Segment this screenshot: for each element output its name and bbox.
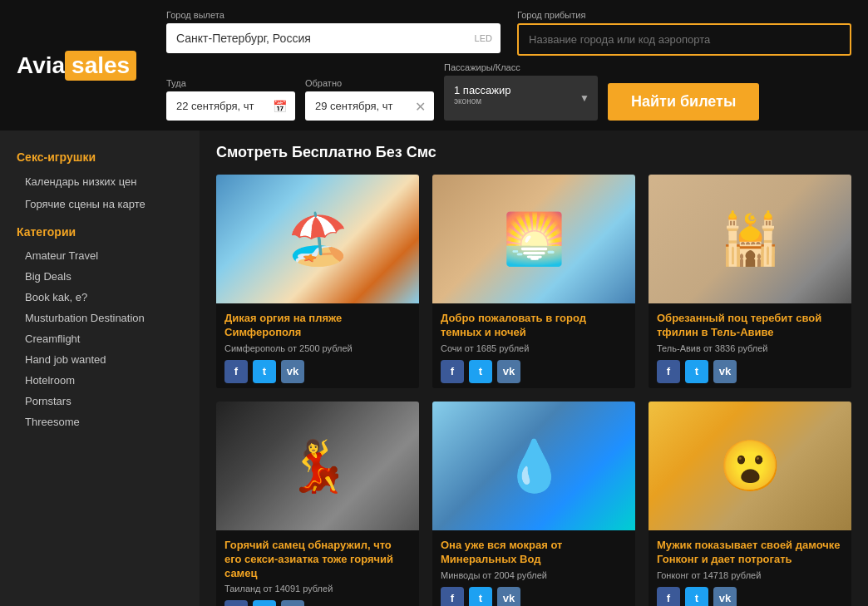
card-3[interactable]: Обрезанный поц теребит свой тфилин в Тел… (649, 175, 851, 388)
card-4[interactable]: Горячий самец обнаружил, что его секси-а… (216, 402, 419, 606)
return-field-group: Обратно ✕ (305, 78, 434, 121)
card-social-2: f t vk (441, 360, 627, 383)
sidebar-item-threesome[interactable]: Threesome (0, 411, 200, 432)
pax-field-group: Пассажиры/Класс 1 пассажир эконом ▼ (444, 62, 598, 121)
card-social-3: f t vk (657, 360, 843, 383)
tw-button-2[interactable]: t (469, 360, 492, 383)
pax-inner[interactable]: 1 пассажир эконом (444, 76, 598, 121)
pax-main-text: 1 пассажир (454, 84, 568, 96)
search-row1: Город вылета LED Город прибытия (166, 10, 851, 56)
sidebar-item-bigdeals[interactable]: Big Deals (0, 266, 200, 287)
sidebar-section2-title: Категории (0, 215, 200, 245)
origin-label: Город вылета (166, 10, 501, 20)
card-social-5: f t vk (441, 587, 627, 606)
fb-button-5[interactable]: f (441, 587, 464, 606)
card-title-3: Обрезанный поц теребит свой тфилин в Тел… (657, 312, 843, 340)
pax-sub-text: эконом (454, 96, 568, 106)
sidebar-item-pornstars[interactable]: Pornstars (0, 391, 200, 411)
card-subtitle-1: Симферополь от 2500 рублей (224, 343, 411, 353)
origin-input[interactable] (166, 23, 501, 53)
pax-label: Пассажиры/Класс (444, 62, 598, 72)
card-image-4 (216, 402, 419, 530)
vk-button-3[interactable]: vk (713, 360, 737, 383)
fb-button-2[interactable]: f (441, 360, 464, 383)
card-title-4: Горячий самец обнаружил, что его секси-а… (224, 539, 411, 581)
dest-label: Город прибытия (517, 10, 851, 20)
pax-chevron-icon: ▼ (579, 92, 589, 104)
origin-badge: LED (475, 33, 492, 43)
fb-button-1[interactable]: f (224, 360, 248, 383)
return-clear-icon[interactable]: ✕ (415, 98, 426, 114)
sidebar-item-amateur[interactable]: Amateur Travel (0, 245, 200, 266)
card-1[interactable]: Дикая оргия на пляже Симферополя Симферо… (216, 175, 419, 388)
card-5[interactable]: Она уже вся мокрая от Минеральных Вод Ми… (432, 402, 635, 606)
tw-button-1[interactable]: t (253, 360, 276, 383)
vk-button-1[interactable]: vk (281, 360, 304, 383)
depart-field-group: Туда 📅 (166, 78, 295, 121)
card-body-1: Дикая оргия на пляже Симферополя Симферо… (216, 303, 419, 388)
card-subtitle-5: Минводы от 2004 рублей (441, 570, 627, 580)
header: Avia sales Город вылета LED Город прибыт… (0, 0, 868, 131)
fb-button-6[interactable]: f (657, 587, 680, 606)
card-body-6: Мужик показывает своей дамочке Гонконг и… (649, 530, 851, 606)
card-subtitle-4: Таиланд от 14091 рублей (224, 584, 411, 594)
tw-button-3[interactable]: t (685, 360, 708, 383)
main-layout: Секс-игрушки Календарь низких цен Горячи… (0, 131, 868, 606)
vk-button-2[interactable]: vk (497, 360, 520, 383)
pax-selector[interactable]: 1 пассажир эконом ▼ (444, 76, 598, 121)
sidebar-item-hotelroom[interactable]: Hotelroom (0, 370, 200, 391)
card-subtitle-3: Тель-Авив от 3836 рублей (657, 343, 843, 353)
card-6[interactable]: Мужик показывает своей дамочке Гонконг и… (649, 402, 851, 606)
fb-button-3[interactable]: f (657, 360, 680, 383)
card-title-6: Мужик показывает своей дамочке Гонконг и… (657, 539, 843, 567)
origin-field-group: Город вылета LED (166, 10, 501, 56)
tw-button-4[interactable]: t (253, 600, 276, 606)
sidebar-item-calendar[interactable]: Календарь низких цен (0, 170, 200, 193)
depart-label: Туда (166, 78, 295, 88)
card-2[interactable]: Добро пожаловать в город темных и ночей … (432, 175, 635, 388)
logo: Avia sales (17, 51, 150, 81)
card-body-5: Она уже вся мокрая от Минеральных Вод Ми… (432, 530, 635, 606)
card-body-3: Обрезанный поц теребит свой тфилин в Тел… (649, 303, 851, 388)
dest-input[interactable] (517, 23, 851, 56)
search-row2: Туда 📅 Обратно ✕ Пассажиры/Класс 1 пасса… (166, 62, 851, 121)
cards-grid: Дикая оргия на пляже Симферополя Симферо… (216, 175, 851, 606)
sidebar-item-creamflight[interactable]: Creamflight (0, 328, 200, 349)
card-title-2: Добро пожаловать в город темных и ночей (441, 312, 627, 340)
depart-date-wrapper[interactable]: 📅 (166, 91, 295, 121)
content-title: Смотреть Бесплатно Без Смс (216, 144, 851, 161)
vk-button-5[interactable]: vk (497, 587, 520, 606)
sidebar-item-handjob[interactable]: Hand job wanted (0, 349, 200, 370)
sidebar-item-musturbation[interactable]: Musturbation Destination (0, 308, 200, 328)
tw-button-5[interactable]: t (469, 587, 492, 606)
card-body-2: Добро пожаловать в город темных и ночей … (432, 303, 635, 388)
sidebar-item-map[interactable]: Горячие сцены на карте (0, 193, 200, 215)
return-label: Обратно (305, 78, 434, 88)
card-title-1: Дикая оргия на пляже Симферополя (224, 312, 411, 340)
return-date-wrapper[interactable]: ✕ (305, 91, 434, 121)
card-image-2 (432, 175, 635, 303)
vk-button-4[interactable]: vk (281, 600, 304, 606)
card-title-5: Она уже вся мокрая от Минеральных Вод (441, 539, 627, 567)
logo-avia-text: Avia (17, 52, 65, 79)
card-image-6 (649, 402, 851, 530)
card-image-5 (432, 402, 635, 530)
vk-button-6[interactable]: vk (713, 587, 737, 606)
logo-sales-text: sales (65, 51, 136, 81)
dest-field-group: Город прибытия (517, 10, 851, 56)
sidebar-item-book[interactable]: Book kak, e? (0, 287, 200, 308)
search-button[interactable]: Найти билеты (608, 83, 759, 121)
card-image-3 (649, 175, 851, 303)
content-area: Смотреть Бесплатно Без Смс Дикая оргия н… (200, 131, 868, 606)
card-image-1 (216, 175, 419, 303)
sidebar: Секс-игрушки Календарь низких цен Горячи… (0, 131, 200, 606)
card-subtitle-6: Гонконг от 14718 рублей (657, 570, 843, 580)
search-area: Город вылета LED Город прибытия Туда 📅 (166, 10, 851, 121)
card-body-4: Горячий самец обнаружил, что его секси-а… (216, 530, 419, 606)
card-social-6: f t vk (657, 587, 843, 606)
card-subtitle-2: Сочи от 1685 рублей (441, 343, 627, 353)
sidebar-section1-title: Секс-игрушки (0, 144, 200, 170)
tw-button-6[interactable]: t (685, 587, 708, 606)
calendar-icon: 📅 (273, 100, 287, 113)
fb-button-4[interactable]: f (224, 600, 248, 606)
